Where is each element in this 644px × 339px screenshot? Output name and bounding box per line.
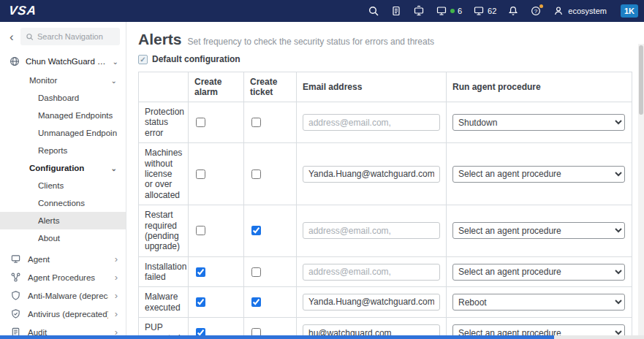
- alert-type-label: Malware executed: [145, 292, 181, 312]
- topbar: VSA 6 62 ?: [0, 0, 644, 22]
- create-alarm-checkbox[interactable]: [196, 118, 205, 127]
- create-alarm-checkbox[interactable]: [196, 226, 205, 235]
- create-alarm-checkbox[interactable]: [196, 170, 205, 179]
- default-configuration-label: Default configuration: [152, 54, 240, 64]
- sidebar-item-managed-endpoints[interactable]: Managed Endpoints: [0, 107, 126, 124]
- help-alert-dot: [539, 4, 543, 8]
- nav-search-box: [20, 28, 120, 45]
- chevron-right-icon: ›: [115, 273, 118, 282]
- machines-online-icon[interactable]: 6: [436, 5, 462, 17]
- vertical-scrollbar[interactable]: [638, 44, 644, 335]
- antivirus-shield-icon: [10, 308, 21, 320]
- chevron-right-icon: ›: [115, 309, 118, 319]
- sidebar-module-anti-malware-deprecated[interactable]: Anti-Malware (deprecated) ›: [0, 286, 126, 305]
- create-ticket-checkbox[interactable]: [251, 297, 261, 307]
- chevron-right-icon: ›: [115, 291, 118, 300]
- agent-procedure-select[interactable]: Select an agent procedure: [452, 264, 625, 281]
- page-subtitle: Set frequency to check the security stat…: [188, 37, 435, 47]
- agent-procedures-icon: [10, 272, 21, 283]
- sidebar-item-root-scope[interactable]: Chun WatchGuard Endpoint ... ⌄: [0, 51, 126, 72]
- sidebar-collapse-button[interactable]: ‹: [8, 31, 15, 43]
- sidebar-module-agent[interactable]: Agent ›: [0, 250, 126, 268]
- sidebar-item-clients[interactable]: Clients: [0, 177, 126, 194]
- chevron-down-icon: ⌄: [111, 164, 117, 172]
- user-menu[interactable]: ecosystem: [553, 5, 607, 17]
- agent-monitor-icon: [10, 254, 21, 265]
- svg-text:?: ?: [534, 8, 538, 15]
- total-count: 62: [488, 7, 496, 15]
- horizontal-scrollbar[interactable]: [0, 335, 644, 339]
- email-address-header: Email address: [297, 72, 447, 102]
- email-address-input[interactable]: [303, 264, 440, 281]
- create-ticket-header: Create ticket: [244, 72, 297, 102]
- sidebar-item-configuration[interactable]: Configuration ⌄: [0, 159, 126, 177]
- vertical-scrollbar-thumb[interactable]: [639, 45, 643, 115]
- create-ticket-checkbox[interactable]: [251, 118, 261, 127]
- default-configuration-checkbox[interactable]: ✓: [138, 55, 148, 64]
- table-row: Protection status error Shutdown: [139, 102, 632, 143]
- sidebar-item-alerts[interactable]: Alerts: [0, 212, 126, 229]
- default-configuration-toggle[interactable]: ✓ Default configuration: [138, 54, 632, 64]
- create-alarm-checkbox[interactable]: [196, 297, 205, 307]
- sidebar-item-unmanaged-endpoints[interactable]: Unmanaged Endpoints: [0, 124, 126, 142]
- nav-search-input[interactable]: [37, 32, 115, 41]
- agent-procedure-select[interactable]: Select an agent procedure: [452, 166, 625, 183]
- sidebar-item-about[interactable]: About: [0, 229, 126, 247]
- sidebar-module-antivirus-deprecated[interactable]: Antivirus (deprecated) ›: [0, 305, 126, 323]
- scope-globe-icon: [9, 56, 20, 67]
- user-icon: [553, 5, 564, 17]
- create-alarm-header: Create alarm: [189, 72, 244, 102]
- email-address-input[interactable]: [303, 114, 440, 131]
- email-address-input[interactable]: [303, 294, 440, 311]
- main-content: AlertsSet frequency to check the securit…: [126, 22, 644, 339]
- machines-total-icon[interactable]: 62: [473, 5, 496, 17]
- sidebar-item-reports[interactable]: Reports: [0, 142, 126, 159]
- help-icon[interactable]: ?: [530, 5, 542, 17]
- alerts-table: Create alarm Create ticket Email address…: [138, 72, 632, 339]
- search-icon: [26, 32, 34, 42]
- online-count: 6: [458, 7, 462, 15]
- sidebar: ‹ Chun WatchGuard Endpoint ... ⌄ Monitor…: [0, 22, 126, 339]
- agent-procedure-select[interactable]: Shutdown: [452, 114, 625, 131]
- document-icon[interactable]: [390, 5, 402, 17]
- email-address-input[interactable]: [303, 222, 440, 239]
- vsa-logo: VSA: [8, 4, 37, 18]
- user-name: ecosystem: [568, 7, 607, 15]
- sidebar-item-connections[interactable]: Connections: [0, 194, 126, 212]
- chevron-down-icon: ⌄: [113, 58, 118, 66]
- anti-malware-shield-icon: [10, 290, 21, 302]
- online-status-dot: [450, 9, 455, 13]
- create-alarm-checkbox[interactable]: [196, 267, 205, 277]
- horizontal-scrollbar-thumb[interactable]: [0, 335, 554, 339]
- alert-type-label: Restart required (pending upgrade): [145, 210, 180, 251]
- alert-type-label: Protection status error: [145, 107, 184, 138]
- notifications-bell-icon[interactable]: [507, 5, 519, 17]
- chevron-down-icon: ⌄: [111, 77, 117, 85]
- agent-procedure-select[interactable]: Reboot: [452, 294, 625, 311]
- root-scope-label: Chun WatchGuard Endpoint ...: [26, 57, 107, 66]
- table-row: Malware executed Reboot: [139, 287, 632, 318]
- agent-procedure-select[interactable]: Select an agent procedure: [452, 222, 625, 239]
- nav-modules: Agent › Agent Procedures › Anti-Malware …: [0, 250, 126, 339]
- chevron-right-icon: ›: [115, 254, 118, 264]
- alert-type-label: Machines without license or over allocat…: [145, 148, 182, 200]
- email-address-input[interactable]: [303, 166, 440, 183]
- sidebar-item-monitor[interactable]: Monitor ⌄: [0, 72, 126, 89]
- nav-tree: Monitor ⌄ Dashboard Managed Endpoints Un…: [0, 72, 126, 247]
- sidebar-item-dashboard[interactable]: Dashboard: [0, 89, 126, 107]
- search-icon[interactable]: [368, 5, 379, 17]
- app-window: VSA 6 62 ?: [0, 0, 644, 339]
- org-badge[interactable]: 1K: [621, 4, 638, 18]
- remote-control-icon[interactable]: [413, 5, 425, 17]
- create-ticket-checkbox[interactable]: [251, 170, 261, 179]
- table-row: Installation failed Select an agent proc…: [139, 256, 632, 287]
- alert-type-label: Installation failed: [145, 262, 186, 282]
- page-header: AlertsSet frequency to check the securit…: [138, 31, 632, 48]
- create-ticket-checkbox[interactable]: [251, 226, 261, 235]
- table-row: Machines without license or over allocat…: [139, 143, 632, 205]
- table-header-row: Create alarm Create ticket Email address…: [139, 72, 632, 102]
- sidebar-module-agent-procedures[interactable]: Agent Procedures ›: [0, 268, 126, 286]
- alert-type-header: [139, 72, 189, 102]
- create-ticket-checkbox[interactable]: [251, 267, 261, 277]
- table-row: Restart required (pending upgrade) Selec…: [139, 205, 632, 257]
